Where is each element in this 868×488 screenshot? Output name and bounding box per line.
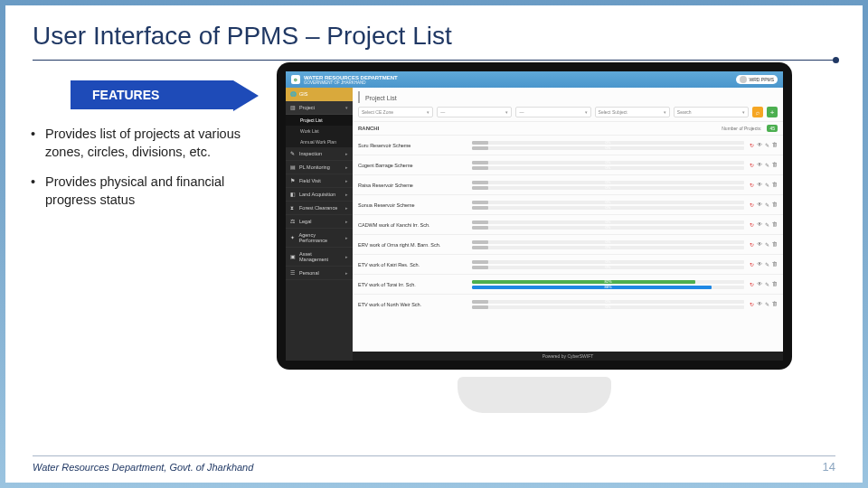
delete-icon[interactable]: 🗑 — [772, 241, 778, 248]
project-name: Raisa Reservoir Scheme — [358, 183, 467, 188]
refresh-icon[interactable]: ↻ — [750, 281, 754, 287]
sidebar-item-field-visit[interactable]: ⚑Field Visit▸ — [286, 174, 353, 188]
refresh-icon[interactable]: ↻ — [750, 182, 754, 188]
refresh-icon[interactable]: ↻ — [750, 301, 754, 307]
delete-icon[interactable]: 🗑 — [772, 301, 778, 307]
sidebar-item-legal[interactable]: ⚖Legal▸ — [286, 215, 353, 229]
delete-icon[interactable]: 🗑 — [772, 142, 778, 148]
project-row: Sonua Reservoir Scheme0%0%↻👁✎🗑 — [353, 194, 783, 214]
filter-ce-zone[interactable]: Select CE Zone — [358, 107, 433, 117]
delete-icon[interactable]: 🗑 — [772, 202, 778, 208]
view-icon[interactable]: 👁 — [757, 162, 762, 168]
project-row: ETV work of Torai Irr. Sch.82%88%↻👁✎🗑 — [353, 274, 783, 294]
page-number: 14 — [823, 460, 835, 474]
view-icon[interactable]: 👁 — [757, 202, 762, 208]
add-button[interactable]: + — [767, 107, 778, 117]
project-row: Cogent Barrage Scheme0%0%↻👁✎🗑 — [353, 155, 783, 174]
project-name: ETV work of North Weir Sch. — [358, 302, 467, 307]
edit-icon[interactable]: ✎ — [765, 301, 769, 307]
project-row: ERV work of Orna right M. Barn. Sch.0%0%… — [353, 234, 783, 254]
search-input[interactable]: Search — [674, 107, 749, 117]
chevron-right-icon: ▸ — [345, 164, 348, 170]
sidebar-item-gis[interactable]: 🌐GIS — [286, 88, 353, 101]
sidebar-item-forest-clearance[interactable]: ⧗Forest Clearance▸ — [286, 202, 353, 215]
feature-bullets: Provides list of projects at various zon… — [33, 126, 259, 209]
delete-icon[interactable]: 🗑 — [772, 261, 778, 267]
project-row: ETV work of Katri Res. Sch.0%0%↻👁✎🗑 — [353, 254, 783, 274]
view-icon[interactable]: 👁 — [757, 182, 762, 188]
features-tab: FEATURES — [71, 80, 233, 109]
edit-icon[interactable]: ✎ — [765, 162, 769, 168]
refresh-icon[interactable]: ↻ — [750, 142, 754, 148]
search-button[interactable]: ⌕ — [752, 107, 763, 117]
app-footer: Powered by CyberSWIFT — [353, 352, 783, 361]
land-icon: ◧ — [290, 192, 296, 197]
title-divider — [33, 60, 835, 61]
view-icon[interactable]: 👁 — [757, 281, 762, 287]
flag-icon: ⚑ — [290, 178, 296, 183]
edit-icon[interactable]: ✎ — [765, 202, 769, 208]
monitor-icon: ▤ — [290, 164, 296, 170]
edit-icon[interactable]: ✎ — [765, 182, 769, 188]
chevron-right-icon: ▸ — [345, 192, 348, 197]
sidebar-sub-work-list[interactable]: Work List — [286, 126, 353, 136]
avatar-icon — [740, 76, 747, 83]
project-row: CADWM work of Kanchi Irr. Sch.0%0%↻👁✎🗑 — [353, 214, 783, 234]
sidebar-item-personal[interactable]: ☰Personal▸ — [286, 267, 353, 280]
filter-subject[interactable]: Select Subject — [595, 107, 670, 117]
view-icon[interactable]: 👁 — [757, 261, 762, 267]
sidebar-sub-annual-work-plan[interactable]: Annual Work Plan — [286, 136, 353, 147]
govt-logo-icon: ⌾ — [291, 75, 300, 84]
project-count-badge: 45 — [767, 125, 778, 132]
chevron-right-icon: ▸ — [345, 151, 348, 156]
refresh-icon[interactable]: ↻ — [750, 202, 754, 208]
sidebar-item-agency-performance[interactable]: ✦Agency Performance▸ — [286, 229, 353, 248]
app-sidebar: 🌐GIS ▥Project▾ Project List Work List An… — [286, 88, 353, 361]
delete-icon[interactable]: 🗑 — [772, 162, 778, 168]
chevron-right-icon: ▸ — [345, 178, 348, 183]
view-icon[interactable]: 👁 — [757, 241, 762, 248]
edit-icon[interactable]: ✎ — [765, 281, 769, 287]
edit-icon[interactable]: ✎ — [765, 142, 769, 148]
delete-icon[interactable]: 🗑 — [772, 182, 778, 188]
plus-icon: + — [770, 108, 775, 117]
chevron-right-icon: ▸ — [345, 219, 348, 224]
globe-icon: 🌐 — [290, 91, 296, 97]
star-icon: ✦ — [290, 235, 296, 240]
view-icon[interactable]: 👁 — [757, 301, 762, 307]
project-name: Cogent Barrage Scheme — [358, 163, 467, 168]
edit-icon[interactable]: ✎ — [765, 241, 769, 248]
refresh-icon[interactable]: ↻ — [750, 162, 754, 168]
edit-icon[interactable]: ✎ — [765, 261, 769, 267]
dept-sub: GOVERNMENT OF JHARKHAND — [304, 80, 398, 85]
laptop-mockup: ⌾ WATER RESOURCES DEPARTMENT GOVERNMENT … — [268, 62, 801, 424]
slide-title: User Interface of PPMS – Project List — [33, 22, 835, 56]
chevron-right-icon: ▸ — [345, 254, 348, 259]
search-icon: ⌕ — [756, 109, 760, 116]
delete-icon[interactable]: 🗑 — [772, 221, 778, 228]
filter-sub1[interactable]: — — [437, 107, 512, 117]
app-header: ⌾ WATER RESOURCES DEPARTMENT GOVERNMENT … — [286, 71, 783, 88]
edit-icon[interactable]: ✎ — [765, 221, 769, 228]
user-chip[interactable]: WRD PPMS — [736, 75, 778, 84]
chevron-right-icon: ▸ — [345, 270, 348, 276]
project-name: ETV work of Katri Res. Sch. — [358, 262, 467, 267]
view-icon[interactable]: 👁 — [757, 142, 762, 148]
sidebar-item-inspection[interactable]: ✎Inspection▸ — [286, 147, 353, 161]
delete-icon[interactable]: 🗑 — [772, 281, 778, 287]
user-icon: ☰ — [290, 270, 296, 276]
refresh-icon[interactable]: ↻ — [750, 241, 754, 248]
sidebar-item-land-acquisition[interactable]: ◧Land Acquisition▸ — [286, 188, 353, 202]
sidebar-item-project[interactable]: ▥Project▾ — [286, 101, 353, 115]
sidebar-item-asset-management[interactable]: ▣Asset Management▸ — [286, 248, 353, 267]
sidebar-sub-project-list[interactable]: Project List — [286, 115, 353, 126]
gavel-icon: ⚖ — [290, 219, 296, 224]
refresh-icon[interactable]: ↻ — [750, 261, 754, 267]
project-row: Raisa Reservoir Scheme0%0%↻👁✎🗑 — [353, 174, 783, 194]
inspect-icon: ✎ — [290, 151, 296, 156]
view-icon[interactable]: 👁 — [757, 221, 762, 228]
refresh-icon[interactable]: ↻ — [750, 221, 754, 228]
chevron-down-icon: ▾ — [345, 105, 348, 110]
sidebar-item-pl-monitoring[interactable]: ▤PL Monitoring▸ — [286, 161, 353, 174]
filter-sub2[interactable]: — — [515, 107, 590, 117]
